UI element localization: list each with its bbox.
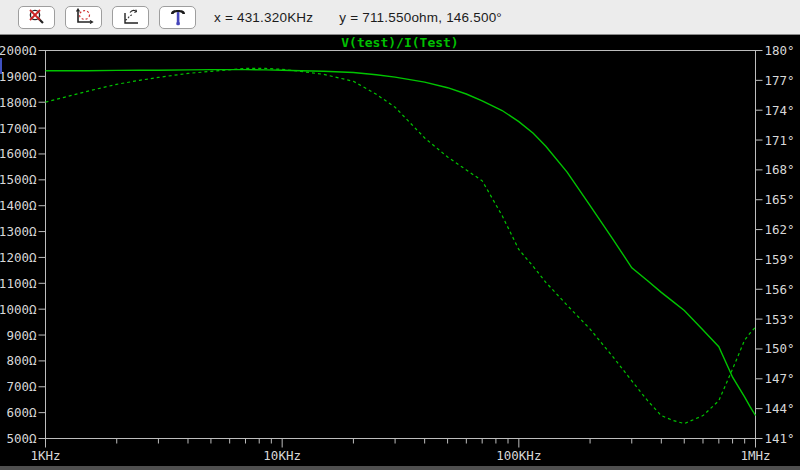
graph-arrow-icon (121, 8, 141, 26)
y-left-tick-label: 1300Ω (0, 224, 37, 239)
control-panel-button[interactable] (159, 6, 196, 29)
y-right-tick-label: 171° (765, 133, 795, 148)
y-left-tick-label: 1200Ω (0, 250, 37, 265)
y-left-tick-label: 600Ω (6, 405, 37, 420)
y-left-tick-label: 1800Ω (0, 95, 37, 110)
y-right-tick-label: 180° (765, 43, 795, 58)
x-tick-label: 10KHz (263, 448, 301, 463)
y-right-tick-label: 141° (765, 431, 795, 446)
x-tick-label: 1MHz (740, 448, 770, 463)
y-right-tick-label: 174° (765, 103, 795, 118)
magnitude-ohm-curve (46, 70, 756, 416)
y-right-tick-label: 156° (765, 282, 795, 297)
autorange-button[interactable] (65, 6, 102, 29)
y-left-tick-label: 1900Ω (0, 69, 37, 84)
y-right-tick-label: 159° (765, 252, 795, 267)
y-right-tick-label: 177° (765, 73, 795, 88)
y-left-tick-label: 900Ω (6, 328, 37, 343)
plot-canvas[interactable]: V(test)/I(Test) 2000Ω1900Ω1800Ω1700Ω1600… (0, 35, 800, 466)
y-left-tick-label: 1500Ω (0, 172, 37, 187)
y-right-tick-label: 162° (765, 222, 795, 237)
y-left-tick-label: 2000Ω (0, 43, 37, 58)
y-left-tick-label: 1700Ω (0, 121, 37, 136)
plot-title: V(test)/I(Test) (341, 35, 458, 50)
y-right-tick-label: 147° (765, 371, 795, 386)
waveform-pane[interactable]: V(test)/I(Test) 2000Ω1900Ω1800Ω1700Ω1600… (0, 35, 800, 466)
y-left-tick-label: 1100Ω (0, 276, 37, 291)
y-right-tick-label: 144° (765, 401, 795, 416)
y-left-tick-label: 700Ω (6, 379, 37, 394)
y-right-tick-label: 165° (765, 192, 795, 207)
toolbar: x = 431.320KHz y = 711.550ohm, 146.500° (0, 0, 800, 35)
x-axis: 1KHz10KHz100KHz1MHz (30, 439, 770, 463)
y-right-tick-label: 153° (765, 312, 795, 327)
hammer-icon (168, 7, 188, 27)
y-right-tick-label: 150° (765, 341, 795, 356)
x-tick-label: 100KHz (496, 448, 541, 463)
y-left-tick-label: 1600Ω (0, 146, 37, 161)
y-left-tick-label: 800Ω (6, 353, 37, 368)
zoom-off-button[interactable] (18, 6, 55, 29)
y-left-tick-label: 500Ω (6, 431, 37, 446)
y-axis-left: 2000Ω1900Ω1800Ω1700Ω1600Ω1500Ω1400Ω1300Ω… (0, 43, 46, 446)
cursor-y-readout: y = 711.550ohm, 146.500° (339, 10, 502, 25)
y-axis-right: 180°177°174°171°168°165°162°159°156°153°… (756, 43, 795, 446)
window-bottom-edge (0, 466, 800, 470)
magnifier-x-icon (27, 8, 47, 26)
phase-deg-curve (46, 68, 756, 423)
cursor-x-readout: x = 431.320KHz (214, 10, 313, 25)
plot-border (46, 51, 756, 439)
y-left-tick-label: 1400Ω (0, 198, 37, 213)
axes-autorange-icon (74, 8, 94, 26)
left-edge-artifact (0, 58, 2, 74)
y-left-tick-label: 1000Ω (0, 302, 37, 317)
y-right-tick-label: 168° (765, 162, 795, 177)
plot-settings-button[interactable] (112, 6, 149, 29)
x-tick-label: 1KHz (30, 448, 60, 463)
cursor-readout: x = 431.320KHz y = 711.550ohm, 146.500° (214, 10, 502, 25)
